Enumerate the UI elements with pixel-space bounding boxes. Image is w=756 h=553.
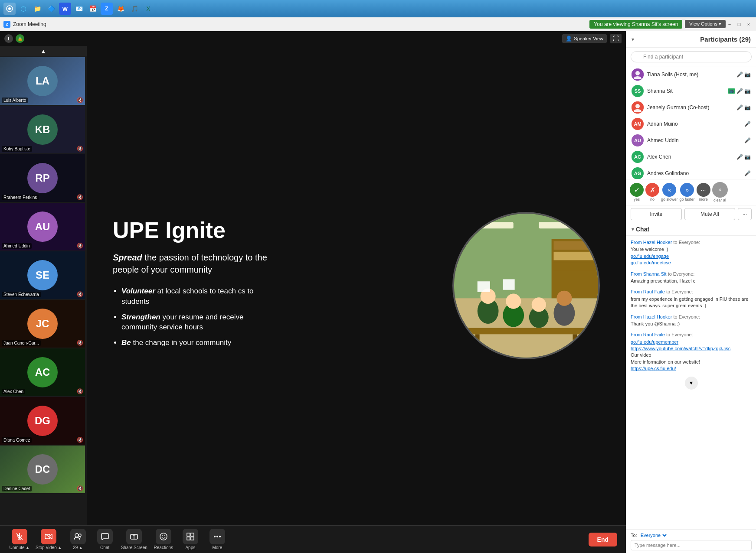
video-button[interactable]: Stop Video ▲ [36,529,62,550]
more-button[interactable]: More [206,529,228,550]
mute-all-button[interactable]: Mute All [684,208,736,220]
taskbar-zoom[interactable]: Z [101,3,113,15]
reactions-button[interactable]: Reactions [153,529,174,550]
chat-message-input[interactable] [631,540,752,550]
participant-item-ahmed-p[interactable]: AU Ahmed Uddin 🎤 [626,132,756,149]
share-screen-button[interactable]: Share Screen [121,529,147,550]
link-upemember[interactable]: go.fiu.edu/upemember [631,339,678,345]
window-controls: − □ × [726,20,753,28]
chat-collapse-icon: ▾ [632,226,634,232]
taskbar-outlook[interactable]: 📧 [73,3,85,15]
participant-item-andres[interactable]: AG Andres Golindano 🎤 [626,165,756,179]
link-meetcse[interactable]: go.fiu.edu/meetcse [631,260,671,265]
maximize-button[interactable]: □ [735,20,743,28]
participants-button[interactable]: 29 ▲ [67,529,89,550]
mute-icon-juan: 🔇 [77,340,83,346]
chat-to-row: To: Everyone [631,532,752,538]
avatar-koby: KB [27,114,58,145]
icons-shanna: 📺 🎤 📷 [728,88,751,94]
close-button[interactable]: × [745,20,753,28]
reaction-clear[interactable]: ✕ clear al [712,182,728,202]
reactions-icon [156,529,171,544]
svg-point-41 [219,536,221,537]
chevron-down-icon[interactable]: ▾ [632,36,634,42]
chat-msg-3: From Raul Faife to Everyone: from my exp… [631,289,752,309]
more-icon [209,529,225,544]
sharing-badge: 📺 [728,88,735,94]
avatar-steven: SE [27,260,58,290]
reaction-more[interactable]: ··· more [697,183,710,202]
speaker-view-button[interactable]: 👤 Speaker View [562,34,607,43]
minimize-button[interactable]: − [726,20,733,28]
taskbar-excel[interactable]: X [142,3,154,15]
apps-button[interactable]: Apps [180,529,201,550]
window-titlebar: Z Zoom Meeting You are viewing Shanna Si… [0,17,756,31]
mute-alex-p: 🎤 [736,154,743,160]
svg-rect-37 [187,537,190,540]
end-button[interactable]: End [589,533,617,546]
taskbar-calendar[interactable]: 📅 [87,3,99,15]
name-ahmed-p: Ahmed Uddin [647,137,741,143]
scroll-down-button[interactable]: ▾ [685,377,698,390]
mic-shanna: 🎤 [736,88,743,94]
slide-content: UPE Ignite Spread the passion of technol… [87,46,626,525]
taskbar-firefox[interactable]: 🦊 [115,3,127,15]
name-label-diana: Diana Gomez [2,437,32,443]
invite-button[interactable]: Invite [631,208,682,220]
view-options-button[interactable]: View Options ▾ [685,20,726,28]
link-engage[interactable]: go.fiu.edu/engage [631,254,669,259]
avatar-darline: DC [27,454,58,485]
chat-msg-1: From Hazel Hooker to Everyone: You're we… [631,239,752,267]
presentation-topbar: ℹ 🔒 👤 Speaker View ⛶ [0,31,626,46]
reaction-faster[interactable]: » go faster [680,183,695,202]
mute-andres: 🎤 [744,170,751,176]
participant-item-shanna[interactable]: SS Shanna Sit 📺 🎤 📷 [626,83,756,99]
participant-item-tiana[interactable]: Tiana Solis (Host, me) 🎤 📷 [626,66,756,83]
mute-jeanely: 🎤 [736,104,743,111]
strip-collapse-button[interactable]: ▲ [0,46,87,56]
participant-item-alex-p[interactable]: AC Alex Chen 🎤 📷 [626,149,756,165]
avatar-alex-chen: AC [27,357,58,387]
chat-header[interactable]: ▾ Chat [626,223,756,236]
video-tile-darline: DC Darline Cadet 🔇 [0,446,85,493]
avatar-diana: DG [27,406,58,436]
security-icon[interactable]: 🔒 [16,34,24,43]
taskbar-chrome[interactable] [3,3,16,15]
participants-header: ▾ Participants (29) [626,31,756,48]
slide-bullets: Volunteer at local schools to teach cs t… [113,286,278,348]
mute-button[interactable]: Unmute ▲ [9,529,30,550]
avatar-juan: JC [27,309,58,339]
reaction-yes[interactable]: ✓ yes [630,183,644,202]
slide-area: UPE Ignite Spread the passion of technol… [87,46,626,525]
taskbar-word[interactable]: W [59,3,71,15]
reaction-slower[interactable]: « go slower [661,183,678,202]
search-input[interactable] [631,51,752,62]
link-youtube[interactable]: https://www.youtube.com/watch?v=dkpZgi3J… [631,346,730,351]
chat-text-1: You're welcome :)go.fiu.edu/engagego.fiu… [631,246,752,266]
more-options-button[interactable]: ··· [738,208,752,220]
chat-msg-4: From Hazel Hooker to Everyone: Thank you… [631,314,752,328]
link-upe[interactable]: https://upe.cs.fiu.edu/ [631,366,676,371]
slide-subtitle: Spread the passion of technology to the … [113,251,278,276]
svg-rect-5 [539,222,573,229]
video-shanna: 📷 [744,88,751,94]
icons-jeanely: 🎤 📷 [736,104,751,111]
participant-item-adrian[interactable]: AM Adrian Muino 🎤 [626,116,756,132]
fullscreen-button[interactable]: ⛶ [610,34,622,43]
video-tile-ahmed-uddin: AU Ahmed Uddin 🔇 [0,203,85,250]
participant-item-jeanely[interactable]: Jeanely Guzman (Co-host) 🎤 📷 [626,99,756,116]
info-icon[interactable]: ℹ [4,34,13,43]
reaction-no[interactable]: ✗ no [645,183,659,202]
to-label: To: [631,533,637,538]
chat-button[interactable]: Chat [94,529,116,550]
chat-to-select[interactable]: Everyone [639,532,668,538]
chat-from-4: From Hazel Hooker to Everyone: [631,314,752,320]
taskbar-music[interactable]: 🎵 [128,3,141,15]
taskbar-3d[interactable]: 🔷 [45,3,57,15]
name-alex-p: Alex Chen [647,154,733,160]
taskbar-files[interactable]: 📁 [31,3,43,15]
icons-andres: 🎤 [744,170,751,176]
video-strip: ▲ LA Luis Alberto 🔇 KB Koby Baptiste [0,46,87,525]
taskbar-edge[interactable]: ⬡ [17,3,29,15]
chat-msg-5: From Raul Faife to Everyone: go.fiu.edu/… [631,332,752,372]
